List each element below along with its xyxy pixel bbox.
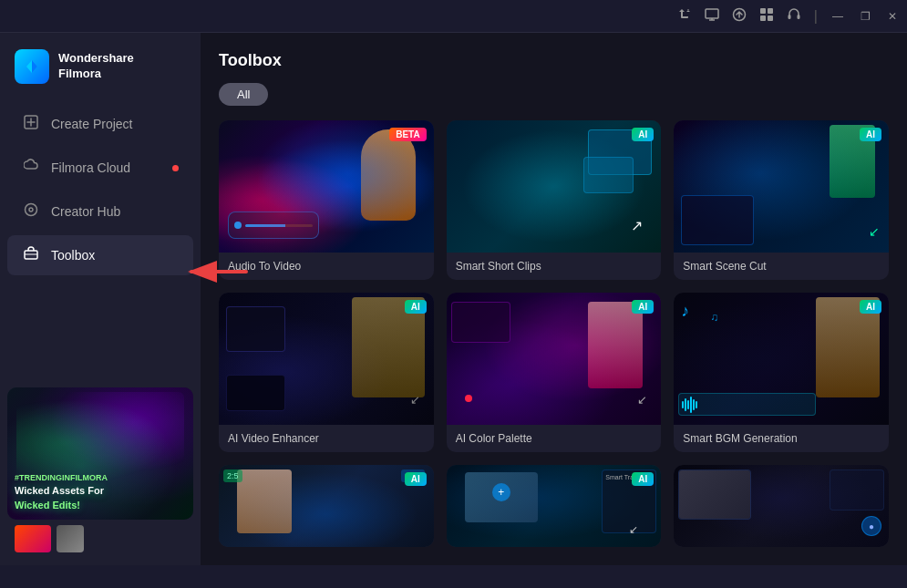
tool-card-bottom-3[interactable]: ●: [674, 465, 889, 547]
badge-ai-bottom-2: AI: [632, 472, 654, 486]
badge-ai-bottom-1: AI: [405, 472, 427, 486]
tool-card-ai-color-palette[interactable]: ↙ AI AI Color Palette: [447, 293, 662, 452]
tool-label-ai-video-enhancer: AI Video Enhancer: [219, 425, 434, 452]
tool-card-bottom-1[interactable]: 9:10 2:5 AI: [219, 465, 434, 547]
tool-card-ai-video-enhancer[interactable]: ↙ AI AI Video Enhancer: [219, 293, 434, 452]
svg-point-12: [29, 208, 33, 211]
sidebar-item-filmora-cloud[interactable]: Filmora Cloud: [7, 148, 193, 188]
svg-rect-9: [797, 15, 799, 19]
mini-thumb-1[interactable]: [15, 525, 51, 552]
creator-hub-icon: [22, 202, 40, 221]
tool-card-smart-short-clips[interactable]: ↗ AI Smart Short Clips: [447, 120, 662, 280]
svg-rect-8: [788, 15, 790, 19]
sidebar-item-create-project[interactable]: Create Project: [7, 104, 193, 144]
filmora-cloud-label: Filmora Cloud: [51, 160, 130, 175]
badge-ai-bgm: AI: [860, 300, 881, 314]
create-project-icon: [22, 115, 40, 133]
filmora-cloud-icon: [22, 159, 40, 177]
tool-grid: BETA Audio To Video ↗: [219, 120, 889, 547]
app-title: Wondershare Filmora: [58, 51, 134, 82]
svg-point-11: [26, 204, 37, 216]
sidebar-bottom: #TRENDINGINFILMORA Wicked Assets For Wic…: [0, 380, 201, 565]
badge-ai-color-palette: AI: [632, 300, 654, 314]
share-icon[interactable]: [677, 7, 692, 25]
sidebar-item-toolbox[interactable]: Toolbox: [7, 235, 193, 275]
tool-label-smart-scene-cut: Smart Scene Cut: [674, 253, 889, 280]
promo-line1: Wicked Assets For: [15, 484, 186, 498]
badge-beta: BETA: [389, 128, 426, 141]
separator: |: [814, 8, 818, 25]
cloud-notification-dot: [172, 165, 179, 171]
headset-icon[interactable]: [787, 7, 801, 25]
tool-label-smart-short-clips: Smart Short Clips: [447, 253, 662, 280]
tool-card-bottom-2[interactable]: + Smart Tracking ↙ AI: [447, 465, 662, 547]
content-area: Toolbox All: [201, 33, 907, 565]
svg-rect-6: [760, 15, 766, 21]
minimize-button[interactable]: —: [830, 9, 845, 24]
maximize-button[interactable]: ❐: [858, 9, 872, 24]
tool-label-smart-bgm: Smart BGM Generation: [674, 425, 889, 452]
tool-label-ai-color-palette: AI Color Palette: [447, 425, 662, 452]
tool-card-smart-scene-cut[interactable]: ↙ AI Smart Scene Cut: [674, 120, 889, 280]
sidebar: Wondershare Filmora Create Project Filmo…: [0, 33, 201, 565]
page-title: Toolbox: [219, 51, 889, 70]
promo-line2: Wicked Edits!: [15, 499, 186, 512]
toolbox-label: Toolbox: [51, 248, 95, 263]
svg-rect-7: [768, 15, 773, 21]
tool-label-audio-to-video: Audio To Video: [219, 253, 434, 280]
svg-rect-5: [768, 8, 773, 14]
titlebar: | — ❐ ✕: [0, 0, 907, 33]
tool-card-audio-to-video[interactable]: BETA Audio To Video: [219, 120, 434, 280]
grid-icon[interactable]: [759, 7, 774, 25]
toolbox-icon: [22, 246, 40, 264]
mini-thumb-2[interactable]: [57, 525, 84, 552]
tool-card-smart-bgm[interactable]: ♪ ♫ AI Smart BGM Generation: [674, 293, 889, 452]
svg-rect-4: [760, 8, 766, 14]
creator-hub-label: Creator Hub: [51, 204, 120, 219]
filter-all[interactable]: All: [219, 83, 268, 106]
badge-ai-smart-scene-cut: AI: [860, 128, 881, 141]
promo-hashtag: #TRENDINGINFILMORA: [15, 473, 186, 482]
logo-area: Wondershare Filmora: [0, 33, 201, 102]
sidebar-item-creator-hub[interactable]: Creator Hub: [7, 191, 193, 232]
app-logo: [15, 49, 49, 84]
svg-rect-0: [706, 9, 718, 18]
create-project-label: Create Project: [51, 117, 132, 131]
badge-ai-video-enhancer: AI: [405, 300, 427, 314]
close-button[interactable]: ✕: [885, 9, 900, 24]
mini-thumbnails: [7, 520, 193, 558]
screen-icon[interactable]: [705, 7, 719, 25]
upload-icon[interactable]: [732, 7, 747, 25]
badge-ai-smart-clips: AI: [632, 128, 654, 141]
filter-bar: All: [219, 83, 889, 106]
promo-card[interactable]: #TRENDINGINFILMORA Wicked Assets For Wic…: [7, 387, 193, 520]
